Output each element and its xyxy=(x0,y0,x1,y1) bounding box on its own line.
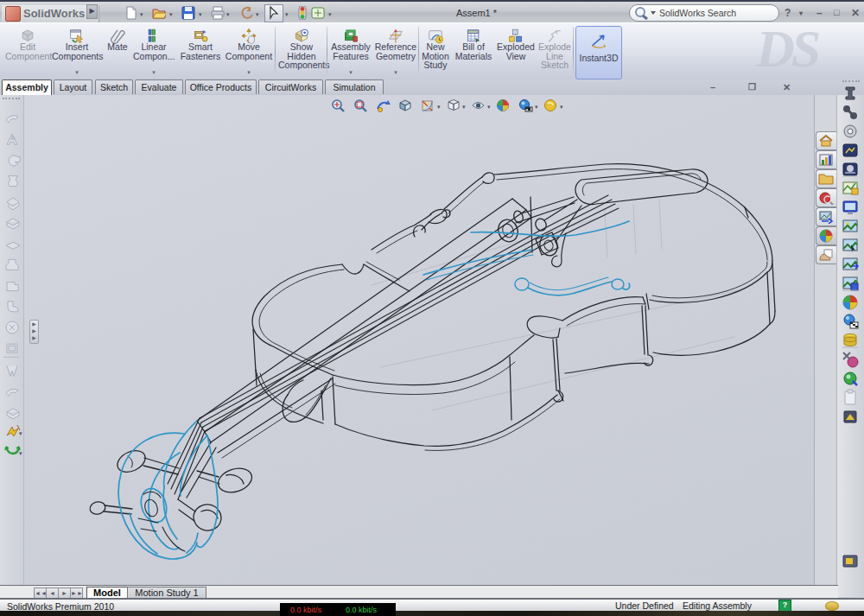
svg-text:▾: ▾ xyxy=(19,450,22,456)
svg-text:▾: ▾ xyxy=(19,430,22,436)
